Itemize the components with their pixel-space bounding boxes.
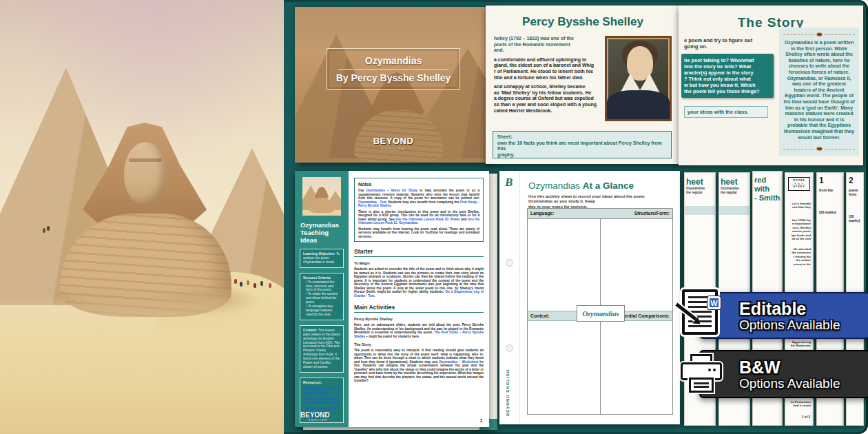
tiny-figure (240, 282, 242, 287)
activity2-paragraph: The poem is reasonably easy to interpret… (354, 349, 484, 383)
question-line: he poet talking to? Who/what (684, 57, 771, 63)
beyond-logo-subtext: ENGLISH (309, 419, 330, 422)
marks-label: (30 marks) (849, 214, 863, 223)
hole-punch (506, 344, 513, 352)
story-questions-box: he poet talking to? Who/what him the sto… (681, 54, 774, 98)
scarab-ornament (783, 32, 855, 37)
bio-line: and unhappy at school, Shelley became (494, 84, 599, 90)
doc-link[interactable]: Ozymandias – Notes for Study (366, 189, 417, 192)
worksheet-band (719, 206, 750, 215)
tiny-figure (47, 226, 50, 231)
question-line: w but how you know it. Which (684, 82, 771, 88)
worksheet-heading-fragment: heet (721, 177, 750, 187)
learning-objective-box: Learning Objective: To analyse the poem … (300, 249, 344, 268)
criteria-heading: Success Criteria: (303, 276, 331, 280)
notes-fragment-group: He attended the existence r leaving his … (785, 247, 813, 266)
bio-line: called Harriet Westbrook. (494, 108, 599, 114)
tiny-figure (269, 283, 271, 288)
foreground-sand (0, 296, 287, 434)
doc-link[interactable]: Ozymandias - Text (358, 200, 386, 204)
notes-fragment-group: Egypt during his Ramesses (785, 340, 813, 348)
table-header-row: Language: Structure/Form: (528, 209, 672, 219)
resources-heading: Resources: (303, 380, 322, 384)
intro-line: e poem and try to figure out (684, 37, 771, 43)
bw-badge-title: B&W (739, 358, 868, 376)
notes-paragraph: Use Ozymandias – Notes for Study to help… (358, 189, 479, 208)
notes-for-study-logo: NOTES - f o r - STUDY (788, 177, 810, 191)
activity1-paragraph: Here, and on subsequent slides, students… (354, 323, 484, 338)
worksheet-heading-fragment: heet (686, 177, 715, 187)
beyond-logo-subtext: ENGLISH (295, 147, 492, 150)
task-line: own the 10 facts you think are most impo… (497, 141, 667, 152)
scarab-icon (816, 32, 823, 37)
objective-heading: Learning Objective: (303, 251, 335, 256)
success-criteria-box: Success Criteria: To understand the tone… (300, 273, 344, 320)
printer-paper-out (689, 378, 714, 393)
scarab-icon (816, 147, 823, 151)
notes-paragraph: Students may benefit from hearing the po… (358, 227, 479, 239)
bio-line: a degree course at Oxford but was expell… (494, 96, 599, 102)
beyond-logo: BEYOND ENGLISH (295, 136, 492, 150)
tiny-figure (260, 281, 263, 286)
compare-heading-fragment: red (754, 176, 782, 185)
lesson-thumbnail (302, 177, 341, 216)
story-intro-text: e poem and try to figure out going on. (684, 37, 771, 50)
teaching-ideas-page-1: Ozymandias Teaching Ideas Learning Objec… (295, 171, 489, 427)
info-paragraph: Ozymandias is a poem written in the firs… (783, 40, 855, 143)
poet-slide-title: Percy Bysshe Shelley (486, 15, 680, 29)
glance-title: Ozymandias At a Glance (528, 180, 634, 191)
intro-line: going on. (684, 43, 771, 50)
preview-panel: Ozymandias By Percy Bysshe Shelley BEYON… (284, 0, 868, 434)
question-line: him the story he tells? What (684, 63, 771, 70)
doc-link[interactable]: Into the Unknown Lesson Pack 10: Power (395, 218, 459, 221)
title-divider (338, 69, 448, 70)
sheet-margin-band: B BEYOND ENGLISH (499, 171, 520, 424)
slide-title-frame: Ozymandias By Percy Bysshe Shelley (327, 48, 460, 90)
tiny-figure (234, 279, 237, 284)
hole-punch (506, 259, 513, 267)
poem-title-box: Ozymandias (577, 305, 625, 322)
bio-line: ss than a year and soon eloped with a yo… (494, 102, 599, 108)
resource-link-poet-study[interactable]: The Poet Study – Percy Bysshe Shelley (303, 387, 340, 395)
activity2-heading: The Story (354, 342, 484, 347)
criteria-item: To understand the tone, structure and fo… (303, 280, 340, 293)
beyond-vertical-brand: BEYOND ENGLISH (506, 369, 510, 416)
ozymandias-info-panel: Ozymandias is a poem written in the firs… (779, 28, 859, 156)
criteria-item: To relate the context and ideas behind t… (303, 292, 340, 304)
editable-document-icon: W (676, 288, 722, 343)
resource-preview-canvas: Ozymandias By Percy Bysshe Shelley BEYON… (0, 0, 868, 434)
teaching-pack-title: Ozymandias Teaching Ideas (300, 221, 344, 244)
criteria-item: To recognise key language features used … (303, 304, 340, 317)
sphinx-figure (63, 123, 226, 309)
slide-title: Ozymandias (365, 55, 422, 66)
worksheet-band (685, 206, 715, 215)
context-box: Context: This lesson pack relates to the… (300, 325, 344, 373)
tiny-figure (43, 228, 45, 233)
compare-heading-fragment: - Smith (754, 194, 782, 203)
activity1-heading: Percy Bysshe Shelley (354, 317, 484, 321)
word-w-icon: W (707, 296, 721, 309)
tiny-figure (247, 280, 249, 285)
bw-options-badge: B&W Options Available (699, 350, 868, 398)
question-line: the poem tell you these things? (684, 88, 771, 94)
resource-link-pack-10[interactable]: See Into the Unknown: Lesson Pack 10: Po… (303, 397, 340, 406)
bio-line: and. (494, 48, 599, 54)
poet-slide-preview: Percy Bysshe Shelley helley (1792 – 1822… (486, 6, 680, 164)
tiny-figure (254, 283, 256, 288)
glance-description: Use this activity sheet to record your i… (528, 194, 670, 209)
printer-icon (681, 354, 722, 397)
notes-heading: Notes (358, 182, 479, 187)
page-number: 1 (479, 418, 482, 423)
starter-heading: Starter (354, 248, 484, 257)
question-line: aracter(s) appear in the story (684, 70, 771, 76)
main-activities-heading: Main Activities (354, 304, 484, 313)
worksheet-line: the regular (721, 191, 750, 195)
doc-link[interactable]: Ozymandias – Worksheet (439, 360, 478, 364)
notes-box: Notes Use Ozymandias – Notes for Study t… (354, 178, 484, 242)
context-text: This lesson pack relates to the poetry a… (303, 329, 340, 369)
shelley-portrait (605, 36, 672, 121)
question-fragment: poem from (849, 188, 863, 196)
editable-options-badge: Editable Options Available (699, 292, 868, 339)
sphinx-brow (129, 158, 162, 162)
beyond-b-mark: B (505, 176, 519, 189)
